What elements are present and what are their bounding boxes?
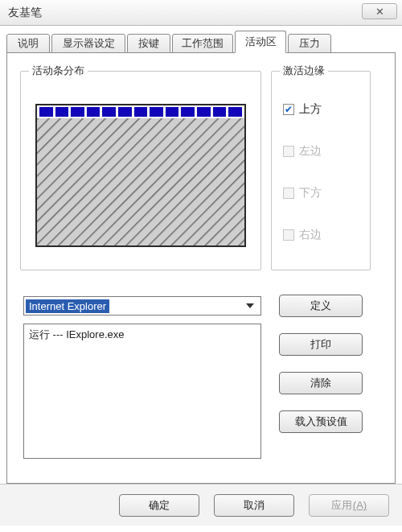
footer: 确定 取消 应用(A) — [0, 484, 402, 526]
apply-label: 应用 — [331, 498, 352, 513]
strip-cell — [197, 107, 211, 117]
app-combo[interactable]: Internet Explorer — [23, 296, 261, 315]
body: 说明 显示器设定 按键 工作范围 活动区 压力 活动条分布 — [0, 26, 402, 484]
checkbox-right — [283, 229, 294, 241]
checkbox-bottom — [283, 188, 294, 199]
checkbox-top[interactable]: ✔ — [283, 104, 294, 115]
strip-cell — [166, 107, 179, 117]
close-icon: ✕ — [375, 6, 384, 18]
strip-cell — [55, 107, 69, 117]
tab-active-area[interactable]: 活动区 — [235, 31, 286, 53]
edge-label-bottom: 下方 — [299, 186, 322, 200]
tab-pressure[interactable]: 压力 — [288, 34, 331, 53]
close-button[interactable]: ✕ — [362, 3, 397, 19]
tab-description[interactable]: 说明 — [6, 34, 50, 53]
tab-work-area[interactable]: 工作范围 — [172, 34, 233, 53]
strip-cell — [71, 107, 84, 117]
ok-button[interactable]: 确定 — [119, 494, 199, 517]
edge-label-right: 右边 — [299, 228, 322, 242]
chevron-down-icon — [246, 303, 254, 308]
strip-cell — [181, 107, 195, 117]
actions-listbox[interactable]: 运行 --- IExplore.exe — [23, 324, 261, 459]
edge-option-left: 左边 — [283, 144, 322, 159]
strip-cell — [39, 107, 53, 117]
strip-cell — [102, 107, 116, 117]
groupbox-activebar: 活动条分布 — [20, 71, 261, 270]
tab-panel-active-area: 活动条分布 — [6, 52, 396, 484]
tablet-preview — [35, 104, 246, 247]
strip-cell — [228, 107, 242, 117]
load-preset-button[interactable]: 载入预设值 — [279, 410, 363, 433]
cancel-button[interactable]: 取消 — [214, 494, 294, 517]
strip-cell — [118, 107, 132, 117]
groupbox-activebar-title: 活动条分布 — [29, 64, 88, 78]
tabstrip: 说明 显示器设定 按键 工作范围 活动区 压力 — [6, 31, 396, 53]
define-button[interactable]: 定义 — [279, 295, 363, 317]
groupbox-edges-title: 激活边缘 — [280, 64, 328, 78]
edge-option-top[interactable]: ✔ 上方 — [283, 102, 322, 117]
list-item[interactable]: 运行 --- IExplore.exe — [29, 328, 256, 342]
svg-rect-2 — [37, 118, 244, 245]
tablet-surface — [37, 118, 244, 245]
edge-label-top: 上方 — [299, 102, 322, 117]
edge-option-right: 右边 — [283, 228, 322, 242]
window-title: 友基笔 — [8, 6, 42, 20]
strip-cell — [87, 107, 100, 117]
apply-button[interactable]: 应用(A) — [309, 494, 389, 517]
apply-mnemonic: (A) — [353, 499, 367, 511]
checkbox-left — [283, 146, 294, 157]
titlebar: 友基笔 ✕ — [0, 0, 402, 26]
edge-label-left: 左边 — [299, 144, 322, 159]
strip-cell — [213, 107, 227, 117]
groupbox-edges: 激活边缘 ✔ 上方 左边 下方 右边 — [271, 71, 371, 270]
edge-option-bottom: 下方 — [283, 186, 322, 200]
strip-cell — [150, 107, 163, 117]
tab-keys[interactable]: 按键 — [127, 34, 170, 53]
clear-button[interactable]: 清除 — [279, 372, 363, 394]
print-button[interactable]: 打印 — [279, 333, 363, 356]
tab-display-settings[interactable]: 显示器设定 — [51, 34, 125, 53]
tablet-strip — [37, 105, 244, 118]
app-combo-selected: Internet Explorer — [26, 299, 109, 313]
strip-cell — [134, 107, 148, 117]
